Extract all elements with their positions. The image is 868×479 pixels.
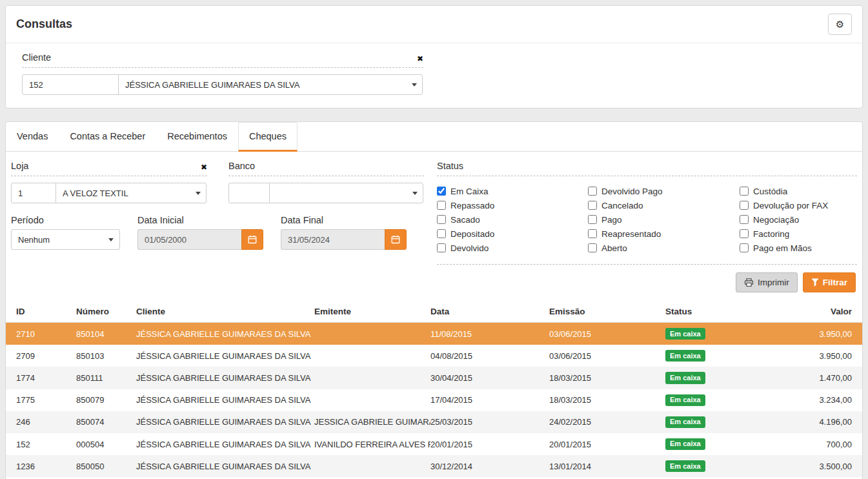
table-row[interactable]: 152 000504 JÉSSICA GABRIELLE GUIMARAES D…	[6, 433, 862, 455]
cell-data: 30/04/2015	[430, 373, 549, 383]
status-badge: Em caixa	[665, 372, 705, 383]
cell-id: 1236	[16, 462, 76, 471]
data-final-input[interactable]	[281, 229, 385, 250]
status-checkbox[interactable]	[437, 243, 446, 252]
status-checkbox[interactable]	[437, 229, 446, 238]
gear-icon: ⚙	[836, 19, 844, 29]
tab[interactable]: Recebimentos	[156, 122, 238, 152]
filtrar-button[interactable]: Filtrar	[803, 272, 856, 292]
status-option[interactable]: Sacado	[437, 212, 588, 227]
status-option[interactable]: Reapresentado	[588, 227, 740, 241]
status-option[interactable]: Custódia	[740, 184, 857, 198]
tab[interactable]: Contas a Receber	[59, 122, 156, 152]
table-row[interactable]: 1775 850079 JÉSSICA GABRIELLE GUIMARAES …	[6, 389, 862, 411]
status-option[interactable]: Pago	[588, 212, 740, 227]
data-inicial-field: Data Inicial	[137, 215, 263, 250]
tab-label: Vendas	[17, 131, 48, 141]
status-option[interactable]: Devolução por FAX	[740, 198, 857, 212]
table-row[interactable]: 2709 850103 JÉSSICA GABRIELLE GUIMARAES …	[6, 345, 862, 367]
status-checkbox[interactable]	[437, 215, 446, 224]
banco-field-group: Banco	[228, 161, 424, 203]
status-checkbox[interactable]	[437, 201, 446, 210]
col-header-valor: Valor	[762, 307, 852, 316]
data-inicial-group	[137, 229, 263, 250]
cell-id: 246	[16, 417, 76, 427]
status-option-label: Em Caixa	[450, 187, 489, 196]
status-option[interactable]: Pago em Mãos	[740, 241, 857, 255]
tab-label: Recebimentos	[167, 131, 227, 141]
cell-cliente: JÉSSICA GABRIELLE GUIMARAES DA SILVA	[136, 373, 314, 383]
client-controls: JÉSSICA GABRIELLE GUIMARAES DA SILVA	[22, 74, 423, 95]
loja-clear-icon[interactable]: ✖	[201, 163, 207, 171]
status-badge: Em caixa	[665, 438, 705, 450]
col-header-numero: Número	[76, 307, 136, 316]
filtrar-button-label: Filtrar	[823, 278, 847, 287]
status-badge: Em caixa	[665, 328, 705, 340]
cell-data: 17/04/2015	[430, 395, 549, 405]
status-option[interactable]: Devolvido	[437, 241, 588, 255]
status-checkbox[interactable]	[588, 229, 597, 238]
data-inicial-input[interactable]	[137, 229, 241, 250]
status-checkbox[interactable]	[437, 187, 446, 196]
status-option[interactable]: Devolvido Pago	[588, 184, 740, 198]
status-option[interactable]: Repassado	[437, 198, 588, 212]
periodo-select[interactable]: Nenhum	[11, 229, 120, 250]
status-checkbox[interactable]	[740, 187, 749, 196]
status-field-group: Status Em Caixa Repassado Sacado	[437, 161, 857, 265]
imprimir-button[interactable]: Imprimir	[736, 272, 798, 292]
cell-valor: 3.234,00	[762, 395, 852, 405]
status-option[interactable]: Cancelado	[588, 198, 740, 212]
loja-controls: A VELOZ TEXTIL	[11, 183, 207, 203]
tab[interactable]: Vendas	[6, 122, 59, 152]
status-checkbox[interactable]	[588, 201, 597, 210]
status-option[interactable]: Aberto	[588, 241, 740, 255]
col-header-emitente: Emitente	[314, 307, 430, 316]
cell-emissao: 18/03/2015	[549, 395, 665, 405]
status-checkbox[interactable]	[740, 201, 749, 210]
client-clear-icon[interactable]: ✖	[417, 55, 423, 63]
tab[interactable]: Cheques	[238, 122, 298, 152]
cell-emissao: 13/01/2014	[549, 462, 665, 471]
cell-id: 152	[16, 440, 76, 449]
cell-status: Em caixa	[665, 438, 762, 450]
status-checkbox[interactable]	[588, 243, 597, 252]
loja-field-group: Loja ✖ A VELOZ TEXTIL	[11, 161, 207, 203]
status-checkbox[interactable]	[740, 243, 749, 252]
status-option[interactable]: Depositado	[437, 227, 588, 241]
client-code-input[interactable]	[22, 74, 119, 95]
filters-row-1: Loja ✖ A VELOZ TEXTIL	[11, 161, 424, 203]
status-option-label: Devolução por FAX	[753, 201, 828, 210]
cell-id: 2710	[16, 329, 76, 339]
settings-button[interactable]: ⚙	[828, 14, 852, 35]
periodo-select-wrap: Nenhum	[11, 229, 120, 250]
table-row[interactable]: 246 850074 JÉSSICA GABRIELLE GUIMARAES D…	[6, 411, 862, 433]
data-inicial-calendar-button[interactable]	[241, 229, 263, 250]
table-row[interactable]: 1236 850050 JÉSSICA GABRIELLE GUIMARAES …	[6, 455, 862, 477]
status-checkbox[interactable]	[740, 215, 749, 224]
data-final-group	[281, 229, 407, 250]
status-option[interactable]: Em Caixa	[437, 184, 588, 198]
banco-select[interactable]	[269, 183, 423, 203]
table-row[interactable]: 1774 850111 JÉSSICA GABRIELLE GUIMARAES …	[6, 367, 862, 389]
loja-code-input[interactable]	[11, 183, 56, 203]
cell-status: Em caixa	[665, 328, 762, 340]
cell-emissao: 24/02/2015	[549, 417, 665, 427]
banco-code-input[interactable]	[228, 183, 270, 203]
cell-data: 30/12/2014	[430, 462, 549, 471]
status-option[interactable]: Negociação	[740, 212, 857, 227]
status-checkbox[interactable]	[588, 187, 597, 196]
banco-controls	[228, 183, 424, 203]
status-option[interactable]: Factoring	[740, 227, 857, 241]
status-option-label: Factoring	[753, 229, 789, 239]
col-header-emissao: Emissão	[549, 307, 665, 316]
col-header-id: ID	[16, 307, 76, 316]
table-row[interactable]: 2710 850104 JÉSSICA GABRIELLE GUIMARAES …	[6, 323, 862, 345]
loja-select-wrap: A VELOZ TEXTIL	[56, 183, 207, 203]
status-checkbox[interactable]	[588, 215, 597, 224]
status-checkbox[interactable]	[740, 229, 749, 238]
data-final-calendar-button[interactable]	[385, 229, 407, 250]
actions-bar: Imprimir Filtrar	[6, 272, 856, 292]
client-select[interactable]: JÉSSICA GABRIELLE GUIMARAES DA SILVA	[118, 74, 423, 95]
imprimir-button-label: Imprimir	[758, 278, 789, 287]
loja-select[interactable]: A VELOZ TEXTIL	[56, 183, 207, 203]
